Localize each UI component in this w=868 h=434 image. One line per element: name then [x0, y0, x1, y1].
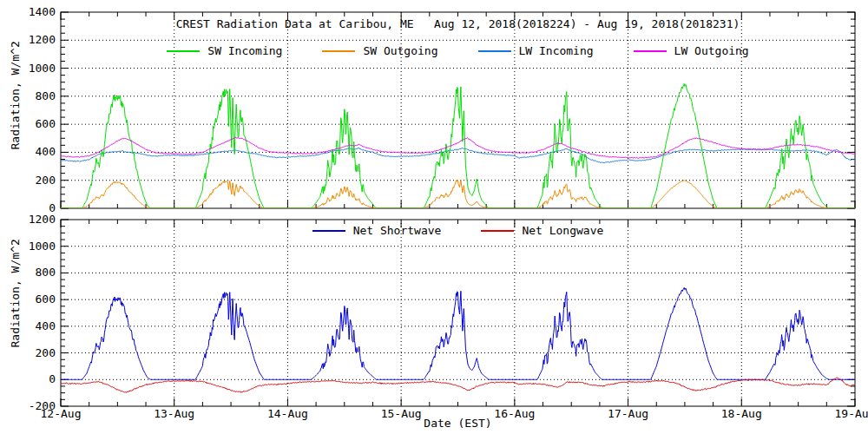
svg-text:1000: 1000	[29, 240, 56, 253]
legend-item-sw_incoming: SW Incoming	[167, 44, 282, 57]
svg-text:400: 400	[36, 145, 56, 158]
legend-item-net_longwave: Net Longwave	[481, 224, 603, 237]
svg-text:1400: 1400	[29, 5, 56, 18]
legend-item-sw_outgoing: SW Outgoing	[322, 44, 437, 57]
svg-text:600: 600	[36, 293, 56, 306]
y-axis-label-bottom: Radiation, W/m^2	[9, 270, 22, 348]
chart-title: CREST Radiation Data at Caribou, ME Aug …	[61, 17, 855, 30]
svg-text:0: 0	[49, 372, 56, 385]
legend-item-lw_incoming: LW Incoming	[478, 44, 594, 57]
legend-swatch-net_longwave	[481, 230, 514, 232]
legend-swatch-lw_incoming	[478, 50, 511, 52]
svg-text:800: 800	[36, 89, 56, 102]
series-lw_incoming	[61, 148, 855, 163]
svg-text:1200: 1200	[29, 213, 56, 226]
legend-swatch-sw_outgoing	[322, 50, 355, 52]
legend-label-net_shortwave: Net Shortwave	[353, 224, 442, 237]
legend-swatch-net_shortwave	[312, 230, 345, 232]
radiation-chart: 0200400600800100012001400-20002004006008…	[0, 0, 868, 434]
legend-item-lw_outgoing: LW Outgoing	[634, 44, 749, 57]
svg-text:1000: 1000	[29, 62, 56, 75]
svg-text:800: 800	[36, 266, 56, 279]
legend-label-lw_outgoing: LW Outgoing	[674, 44, 749, 57]
legend-top-panel: SW IncomingSW OutgoingLW IncomingLW Outg…	[61, 44, 855, 57]
svg-text:600: 600	[36, 117, 56, 130]
series-sw_incoming	[61, 83, 855, 208]
series-lw_outgoing	[61, 137, 855, 158]
legend-item-net_shortwave: Net Shortwave	[312, 224, 442, 237]
x-axis-label: Date (EST)	[61, 417, 855, 430]
chart-canvas: 0200400600800100012001400-20002004006008…	[0, 0, 868, 434]
svg-text:200: 200	[36, 346, 56, 359]
legend-label-sw_incoming: SW Incoming	[207, 44, 282, 57]
svg-text:1200: 1200	[29, 33, 56, 46]
y-axis-label-top: Radiation, W/m^2	[9, 72, 22, 150]
svg-text:400: 400	[36, 319, 56, 332]
legend-swatch-lw_outgoing	[634, 50, 667, 52]
legend-label-lw_incoming: LW Incoming	[519, 44, 594, 57]
series-net_shortwave	[61, 287, 855, 379]
legend-swatch-sw_incoming	[167, 50, 200, 52]
svg-text:200: 200	[36, 174, 56, 187]
legend-bottom-panel: Net ShortwaveNet Longwave	[61, 224, 855, 237]
legend-label-net_longwave: Net Longwave	[522, 224, 603, 237]
legend-label-sw_outgoing: SW Outgoing	[363, 44, 437, 57]
